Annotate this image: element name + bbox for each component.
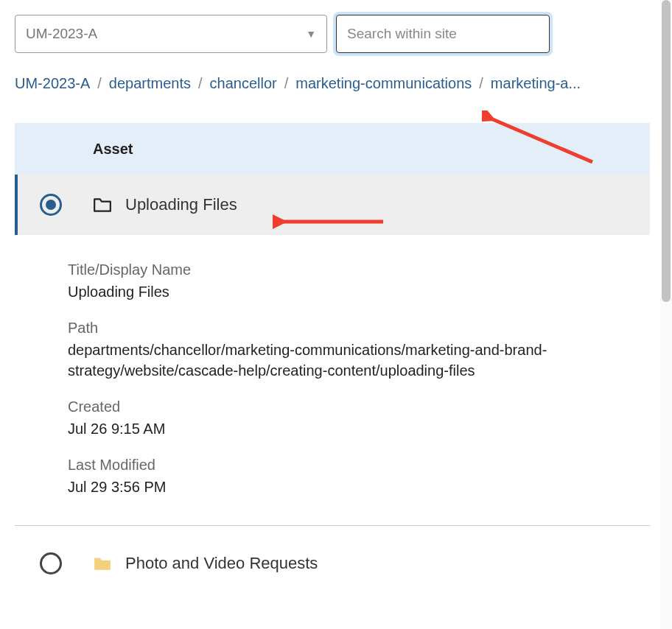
row-radio[interactable] xyxy=(40,552,62,574)
top-controls: UM-2023-A ▼ xyxy=(15,15,648,53)
detail-modified-label: Last Modified xyxy=(68,457,635,474)
scrollbar-track[interactable] xyxy=(660,0,672,629)
detail-title-value: Uploading Files xyxy=(68,281,635,302)
breadcrumb-item-2[interactable]: chancellor xyxy=(210,75,277,92)
detail-created-value: Jul 26 9:15 AM xyxy=(68,418,635,439)
breadcrumb-separator: / xyxy=(479,75,483,92)
site-select-dropdown[interactable]: UM-2023-A ▼ xyxy=(15,15,327,53)
app-container: UM-2023-A ▼ UM-2023-A / departments / ch… xyxy=(0,0,648,594)
table-header: Asset xyxy=(15,123,650,175)
detail-created-label: Created xyxy=(68,398,635,415)
breadcrumb-separator: / xyxy=(284,75,289,92)
breadcrumb-separator: / xyxy=(198,75,203,92)
search-input[interactable] xyxy=(336,15,550,53)
detail-path: Path departments/chancellor/marketing-co… xyxy=(68,320,635,381)
detail-created: Created Jul 26 9:15 AM xyxy=(68,398,635,439)
scrollbar-thumb[interactable] xyxy=(662,0,671,302)
breadcrumb: UM-2023-A / departments / chancellor / m… xyxy=(15,75,648,92)
breadcrumb-item-3[interactable]: marketing-communications xyxy=(295,75,472,92)
folder-solid-icon xyxy=(93,555,112,572)
column-header-asset[interactable]: Asset xyxy=(93,141,133,158)
row-label: Uploading Files xyxy=(125,195,237,214)
table-row[interactable]: Uploading Files xyxy=(15,175,650,235)
detail-modified-value: Jul 29 3:56 PM xyxy=(68,477,635,497)
breadcrumb-item-1[interactable]: departments xyxy=(109,75,191,92)
detail-modified: Last Modified Jul 29 3:56 PM xyxy=(68,457,635,497)
breadcrumb-item-4[interactable]: marketing-a... xyxy=(491,75,581,92)
breadcrumb-item-0[interactable]: UM-2023-A xyxy=(15,75,90,92)
site-select-value: UM-2023-A xyxy=(26,26,97,42)
chevron-down-icon: ▼ xyxy=(306,28,316,40)
detail-path-label: Path xyxy=(68,320,635,337)
table-row[interactable]: Photo and Video Requests xyxy=(15,533,650,594)
detail-title-label: Title/Display Name xyxy=(68,261,635,278)
folder-outline-icon xyxy=(93,197,112,213)
row-radio-selected[interactable] xyxy=(40,194,62,216)
detail-title: Title/Display Name Uploading Files xyxy=(68,261,635,302)
row-label: Photo and Video Requests xyxy=(125,554,318,573)
asset-details-panel: Title/Display Name Uploading Files Path … xyxy=(15,235,650,526)
detail-path-value: departments/chancellor/marketing-communi… xyxy=(68,340,635,381)
breadcrumb-separator: / xyxy=(97,75,102,92)
